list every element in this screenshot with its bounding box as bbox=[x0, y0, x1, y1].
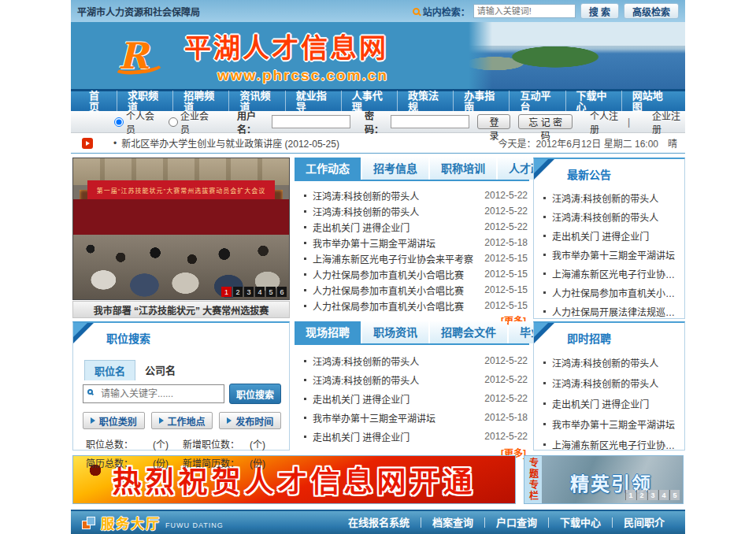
tab-job-name[interactable]: 职位名 bbox=[84, 360, 135, 380]
login-button[interactable]: 登 录 bbox=[477, 114, 510, 129]
news-item[interactable]: 汪鸿涛:科技创新的带头人2012-5-22 bbox=[296, 351, 528, 370]
page: 平湖市人力资源和社会保障局 站内检索： 搜 索 高级检索 R 平湖人才信息网 w… bbox=[71, 0, 685, 534]
slideshow-page-6[interactable]: 6 bbox=[276, 287, 287, 297]
news-item[interactable]: 上海浦东新区光电子行业协会来平考察2012-5-15 bbox=[296, 250, 528, 266]
news-item[interactable]: 汪鸿涛:科技创新的带头人2012-5-22 bbox=[296, 370, 528, 389]
radio-personal-member[interactable]: 个人会员 bbox=[114, 109, 158, 135]
nav-item-policy[interactable]: 政策法规 bbox=[398, 91, 454, 113]
nav-item-guidance[interactable]: 就业指导 bbox=[286, 91, 342, 113]
tab-onsite-recruit[interactable]: 现场招聘 bbox=[295, 321, 361, 343]
news-item[interactable]: 走出机关门 进得企业门2012-5-22 bbox=[296, 427, 528, 446]
filter-job-category-button[interactable]: 职位类别 bbox=[83, 412, 145, 429]
notice-item[interactable]: 走出机关门 进得企业门 bbox=[536, 226, 683, 245]
ticker-news-link[interactable]: 新北区举办大学生创业与就业政策讲座 (2012-05-25) bbox=[121, 136, 339, 150]
special-column-banner[interactable]: 专题专栏 精英引领 1 2 3 4 5 bbox=[524, 455, 684, 504]
personal-member-radio[interactable] bbox=[114, 117, 124, 127]
notice-item[interactable]: 人力社保局参加市直机关小合唱比赛 bbox=[536, 283, 683, 302]
secondary-content-row: 职位搜索 职位名 公司名 职位搜索 职位类别 工作地点 发布时间 bbox=[71, 321, 685, 451]
triangle-icon bbox=[91, 417, 95, 424]
recruit-item[interactable]: 我市举办第十三期金平湖讲坛 bbox=[536, 413, 683, 434]
slideshow-page-1[interactable]: 1 bbox=[221, 287, 232, 297]
username-field[interactable] bbox=[272, 115, 350, 128]
site-logo[interactable]: R bbox=[118, 35, 173, 77]
news-item[interactable]: 人力社保局参加市直机关小合唱比赛2012-5-15 bbox=[296, 266, 528, 282]
news-item[interactable]: 汪鸿涛:科技创新的带头人2012-5-22 bbox=[296, 203, 528, 219]
forgot-password-button[interactable]: 忘 记 密 码 bbox=[518, 114, 573, 129]
personal-register-link[interactable]: 个人注册 bbox=[590, 109, 623, 135]
footer-link-hukou-query[interactable]: 户口查询 bbox=[485, 517, 549, 528]
register-separator: | bbox=[628, 117, 630, 128]
slideshow-page-3[interactable]: 3 bbox=[243, 287, 254, 297]
site-search-button[interactable]: 搜 索 bbox=[580, 3, 619, 19]
search-icon bbox=[413, 8, 420, 15]
news-item[interactable]: 我市举办第十三期金平湖讲坛2012-5-18 bbox=[296, 235, 528, 250]
nav-item-service-guide[interactable]: 办事指南 bbox=[454, 91, 510, 113]
special-column-strip: 专题专栏 bbox=[524, 456, 542, 503]
recruit-item[interactable]: 走出机关门 进得企业门 bbox=[536, 393, 683, 413]
footer-link-download[interactable]: 下载中心 bbox=[549, 517, 613, 528]
company-member-radio[interactable] bbox=[169, 117, 178, 127]
tab-jobfair-files[interactable]: 招聘会文件 bbox=[430, 321, 507, 343]
special-page-4[interactable]: 4 bbox=[658, 490, 669, 500]
notice-item[interactable]: 汪鸿涛:科技创新的带头人 bbox=[536, 207, 683, 226]
footer-link-online-signup[interactable]: 在线报名系统 bbox=[337, 517, 421, 528]
work-news-panel: 工作动态 招考信息 职称培训 人才政策 汪鸿涛:科技创新的带头人2012-5-2… bbox=[295, 158, 529, 319]
news-item[interactable]: 人力社保局参加市直机关小合唱比赛2012-5-15 bbox=[296, 298, 528, 313]
tab-exam-info[interactable]: 招考信息 bbox=[362, 158, 428, 180]
recruit-item[interactable]: 汪鸿涛:科技创新的带头人 bbox=[536, 352, 683, 373]
password-field[interactable] bbox=[391, 115, 469, 128]
slideshow-page-5[interactable]: 5 bbox=[265, 287, 276, 297]
tab-company-name[interactable]: 公司名 bbox=[135, 360, 185, 380]
tab-workplace-info[interactable]: 职场资讯 bbox=[362, 321, 428, 343]
footer-link-archive-query[interactable]: 档案查询 bbox=[421, 517, 485, 528]
triangle-icon bbox=[159, 417, 164, 424]
advanced-search-button[interactable]: 高级检索 bbox=[624, 3, 679, 19]
special-page-5[interactable]: 5 bbox=[669, 490, 680, 500]
site-search-input[interactable] bbox=[473, 4, 576, 18]
work-news-tabbar: 工作动态 招考信息 职称培训 人才政策 bbox=[295, 158, 529, 181]
news-photo-slideshow[interactable]: 第一届“江苏技能状元”大赛常州选拔赛动员会扩大会议 1 2 3 4 5 6 bbox=[72, 158, 290, 300]
company-register-link[interactable]: 企业注册 bbox=[652, 109, 685, 135]
keyword-search-icon bbox=[87, 389, 93, 395]
notice-item[interactable]: 汪鸿涛:科技创新的带头人 bbox=[536, 188, 683, 207]
news-item[interactable]: 我市举办第十三期金平湖讲坛2012-5-18 bbox=[296, 408, 528, 427]
stat-new-resumes: 新增简历数：(份) bbox=[183, 456, 280, 469]
news-item[interactable]: 人力社保局参加市直机关小合唱比赛2012-5-15 bbox=[296, 282, 528, 298]
job-keyword-input[interactable] bbox=[83, 384, 224, 403]
recruit-news-tabbar: 现场招聘 职场资讯 招聘会文件 毕业生就业服务 bbox=[295, 321, 529, 345]
special-banner-pager: 1 2 3 4 5 bbox=[625, 490, 680, 500]
special-page-2[interactable]: 2 bbox=[636, 490, 647, 500]
recruit-item[interactable]: 汪鸿涛:科技创新的带头人 bbox=[536, 373, 683, 393]
special-page-3[interactable]: 3 bbox=[647, 490, 658, 500]
job-search-button[interactable]: 职位搜索 bbox=[229, 384, 281, 404]
top-bar: 平湖市人力资源和社会保障局 站内检索： 搜 索 高级检索 bbox=[71, 0, 685, 22]
tab-title-training[interactable]: 职称培训 bbox=[430, 158, 496, 180]
notice-item[interactable]: 我市举办第十三期金平湖讲坛 bbox=[536, 245, 683, 264]
org-name: 平湖市人力资源和社会保障局 bbox=[77, 5, 413, 18]
latest-notice-title: 最新公告 bbox=[534, 159, 684, 187]
photo-caption[interactable]: 我市部署 “江苏技能状元” 大赛常州选拔赛 bbox=[72, 301, 290, 318]
latest-notice-box: 最新公告 汪鸿涛:科技创新的带头人 汪鸿涛:科技创新的带头人 走出机关门 进得企… bbox=[533, 158, 685, 319]
stat-total-resumes: 简历总数：(份) bbox=[86, 456, 183, 469]
site-title: 平湖人才信息网 bbox=[184, 27, 388, 65]
footer-link-private-agency[interactable]: 民间职介 bbox=[613, 517, 676, 528]
radio-company-member[interactable]: 企业会员 bbox=[169, 109, 212, 135]
slideshow-page-2[interactable]: 2 bbox=[232, 287, 243, 297]
news-item[interactable]: 走出机关门 进得企业门2012-5-22 bbox=[296, 389, 528, 408]
filter-publish-time-button[interactable]: 发布时间 bbox=[219, 412, 281, 429]
news-item[interactable]: 汪鸿涛:科技创新的带头人2012-5-22 bbox=[296, 187, 528, 203]
notice-item[interactable]: 人力社保局开展法律法规巡回培训 bbox=[536, 302, 683, 321]
tab-work-dynamics[interactable]: 工作动态 bbox=[295, 158, 361, 180]
filter-work-location-button[interactable]: 工作地点 bbox=[151, 412, 213, 429]
service-hall-title: 服务大厅 bbox=[101, 513, 161, 532]
news-item[interactable]: 走出机关门 进得企业门2012-5-22 bbox=[296, 219, 528, 235]
slideshow-page-4[interactable]: 4 bbox=[254, 287, 265, 297]
recruit-item[interactable]: 上海浦东新区光电子行业协会来平考 bbox=[536, 434, 683, 454]
nav-item-interaction[interactable]: 互动平台 bbox=[510, 91, 565, 113]
special-page-1[interactable]: 1 bbox=[625, 490, 636, 500]
notice-item[interactable]: 上海浦东新区光电子行业协会来平考 bbox=[536, 264, 683, 283]
ticker-icon bbox=[82, 138, 93, 149]
triangle-icon bbox=[227, 417, 232, 424]
service-hall-subtitle: FUWU DATING bbox=[165, 521, 224, 529]
nav-item-home[interactable]: 首页 bbox=[79, 91, 117, 113]
